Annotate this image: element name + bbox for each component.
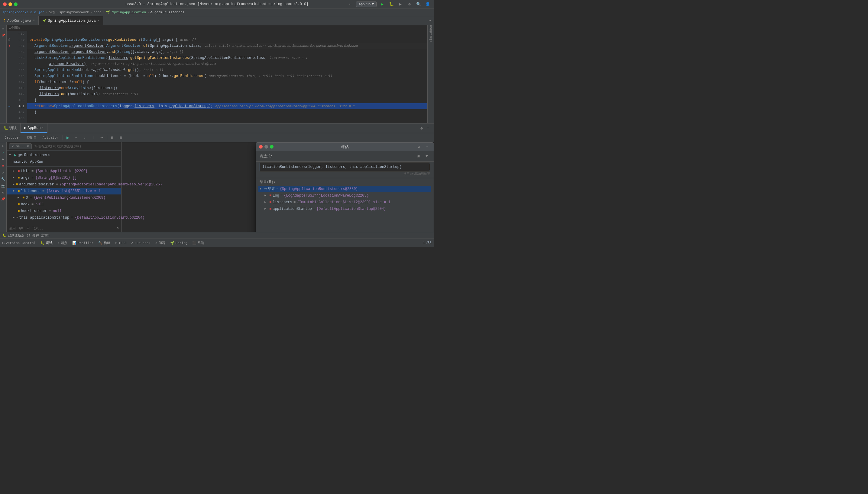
nav-luacheck[interactable]: ✔ LuaCheck [131,241,150,245]
sidebar-icon-2[interactable]: 📌 [1,33,6,38]
debug-stop-icon[interactable]: ■ [1,163,6,168]
eval-minimize-btn[interactable] [265,145,268,149]
actuator-tab-btn[interactable]: Actuator [40,134,61,141]
breadcrumb-item-2[interactable]: org [49,11,55,14]
debug-button[interactable]: 🐛 [388,1,395,7]
debug-nav-label: 调试 [46,241,53,245]
var-hook[interactable]: ■ hook = null [7,201,121,208]
run-to-cursor-btn[interactable]: → [98,134,105,141]
build-icon: 🔨 [98,241,103,245]
run-config-label: AppRun [359,2,371,6]
debug-mute-icon[interactable]: ⚡ [1,170,6,175]
nav-build[interactable]: 🔨 构建 [98,241,110,245]
apprun-tab-label: AppRun [28,126,40,130]
eval-result-row-0[interactable]: ▼ ∞ 结果 = {SpringApplicationRunListeners@… [258,186,431,192]
breadcrumb-item-5[interactable]: 🌱 SpringApplication [106,10,146,14]
frames-btn[interactable]: ⊞ [109,134,116,141]
nav-debug[interactable]: 🐛 调试 [40,241,53,245]
debug-check-icon[interactable]: ✓ [1,150,6,155]
eval-result-row-1[interactable]: ▶ ■ log = {LogAdapter$Slf4jLocationAware… [258,192,431,199]
layout-btn[interactable]: ⊟ [117,134,124,141]
breadcrumb-item-3[interactable]: springframework [59,11,89,14]
minimize-button[interactable] [8,2,12,6]
right-sidebar-icon-2[interactable]: Classific [428,32,434,37]
nav-spring[interactable]: 🌱 Spring [170,241,188,245]
nav-profiler[interactable]: 📊 Profiler [72,241,94,245]
minimize-bottom-icon[interactable]: − [425,125,432,132]
var-argumentresolver[interactable]: ▶ ■ argumentResolver = {SpringFactoriesL… [7,181,121,188]
eval-settings-icon[interactable]: ⚙ [416,144,422,150]
run-icon: ▶ [24,126,26,130]
debug-step-icon[interactable]: ↻ [1,144,6,148]
code-editor[interactable]: 1个用法 @ ● → [7,25,427,123]
resume-btn[interactable]: ▶ [65,134,71,141]
bottom-tab-apprun[interactable]: ▶ AppRun × [21,124,48,133]
call-stack-item-2[interactable]: main:9, AppRun [7,158,121,165]
var-hooklistener[interactable]: ■ hookListener = null [7,208,121,214]
title-bar: ossa3.0 – SpringApplication.java [Maven:… [0,0,434,8]
call-stack-item-1[interactable]: ▼ ▶ getRunListeners [7,152,121,158]
maximize-button[interactable] [14,2,18,6]
user-icon[interactable]: 👤 [424,1,431,7]
debug-settings-icon[interactable]: 🔧 [1,177,6,182]
var-listeners[interactable]: ▼ ■ listeners = {ArrayList@2365} size = … [7,188,121,194]
step-out-btn[interactable]: ↑ [90,134,97,141]
eval-close-btn[interactable] [259,145,263,149]
eval-result-row-3[interactable]: ▶ ■ applicationStartup = {DefaultApplica… [258,206,431,212]
var-this[interactable]: ▶ ■ this = {SpringApplication@2200} [7,168,121,174]
bottom-tab-debug[interactable]: 🐛 调试 [0,124,21,133]
eval-icon-1[interactable]: ⊞ [415,153,422,159]
search-icon[interactable]: 🔍 [415,1,422,7]
eval-result-row-2[interactable]: ▶ ■ listeners = {ImmutableCollections$Li… [258,199,431,206]
tab-apprun-close[interactable]: × [33,19,35,22]
debugger-tab-btn[interactable]: Debugger [2,134,23,141]
line-449: listeners . add (hookListener); hookList… [27,91,427,97]
gutter-448 [7,85,12,91]
line-numbers: 439 440 441 442 443 444 445 446 447 448 … [12,31,27,123]
tabs-more-button[interactable]: ⋯ [426,16,434,25]
nav-version-control[interactable]: ⑆ Version Control [2,241,36,245]
eval-close-icon[interactable]: − [424,144,431,150]
nav-terminal[interactable]: ⬛ 终端 [192,241,204,245]
back-icon[interactable]: ← [347,1,354,7]
eval-expression-input[interactable] [259,163,430,171]
eval-titlebar: 评估 ⚙ − [256,142,434,151]
debug-filter-icon[interactable]: ▶ [1,157,6,162]
step-over-btn[interactable]: ↷ [73,134,80,141]
gutter-449 [7,91,12,97]
bottom-content: ↻ ✓ ▶ ■ ⚡ 🔧 📷 ⚙ 📌 ✓ ma... ▼ [0,142,434,232]
var-applicationstartup[interactable]: ▶ ∞ this.applicationStartup = {DefaultAp… [7,214,121,221]
gutter-icons: @ ● → [7,31,12,123]
settings-bottom-icon[interactable]: ⚙ [418,125,425,132]
var-listeners-0[interactable]: ▶ ■ 0 = {EventPublishingRunListener@2369… [7,194,121,201]
close-button[interactable] [3,2,7,6]
nav-todo[interactable]: ☑ TODO [115,241,126,245]
debug-close-icon[interactable]: × [117,226,119,230]
tab-springapplication-close[interactable]: × [97,19,100,22]
nav-endpoints[interactable]: ⚡ 端点 [57,241,67,245]
bottom-nav: ⑆ Version Control 🐛 调试 ⚡ 端点 📊 Profiler 🔨… [0,239,434,247]
sidebar-icon-1[interactable]: ≡ [1,26,6,32]
settings-icon[interactable]: ⚙ [406,1,413,7]
line-447: if (hookListener != null) { [27,79,427,85]
var-args[interactable]: ▶ ■ args = {String[0]@2201} [] [7,174,121,181]
debug-gear-icon[interactable]: ⚙ [1,190,6,195]
breadcrumb-item-6[interactable]: ⚙ getRunListeners [150,10,184,14]
breadcrumb-item-4[interactable]: boot [93,11,101,14]
apprun-tab-close[interactable]: × [42,126,43,130]
breadcrumb-item-1[interactable]: spring-boot-3.0.0.jar [2,11,44,14]
eval-icon-2[interactable]: ▼ [423,153,430,159]
console-tab-btn[interactable]: 控制台 [24,134,39,141]
debug-pin-icon[interactable]: 📌 [1,196,6,202]
tab-apprun[interactable]: J AppRun.java × [0,16,39,25]
endpoints-icon: ⚡ [57,241,59,245]
eval-maximize-btn[interactable] [270,145,273,149]
run-button[interactable]: ▶ [379,1,386,7]
run-config-button[interactable]: AppRun ▼ [356,1,377,7]
step-into-btn[interactable]: ↓ [82,134,88,141]
tab-springapplication[interactable]: 🌱 SpringApplication.java × [39,16,103,25]
nav-problems[interactable]: ⚠ 问题 [155,241,165,245]
run-with-coverage-button[interactable]: ▶ [397,1,404,7]
filter-dropdown[interactable]: ✓ ma... ▼ [9,144,32,149]
debug-camera-icon[interactable]: 📷 [1,183,6,188]
